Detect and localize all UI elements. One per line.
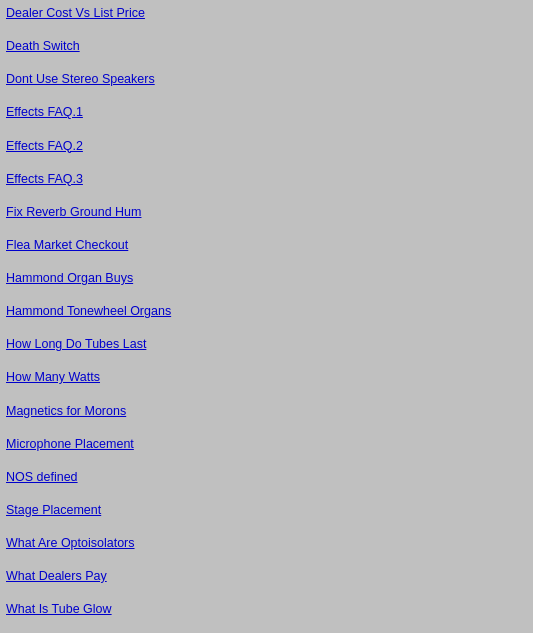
list-item[interactable]: Stage Placement bbox=[6, 501, 527, 519]
list-item[interactable]: How Long Do Tubes Last bbox=[6, 335, 527, 353]
list-item[interactable]: Dealer Cost Vs List Price bbox=[6, 4, 527, 22]
list-item[interactable]: Magnetics for Morons bbox=[6, 402, 527, 420]
list-item[interactable]: What Is Tube Glow bbox=[6, 600, 527, 618]
links-list: Dealer Cost Vs List PriceDeath SwitchDon… bbox=[0, 0, 533, 633]
list-item[interactable]: Effects FAQ.3 bbox=[6, 170, 527, 188]
list-item[interactable]: Effects FAQ.2 bbox=[6, 137, 527, 155]
list-item[interactable]: Death Switch bbox=[6, 37, 527, 55]
list-item[interactable]: Flea Market Checkout bbox=[6, 236, 527, 254]
list-item[interactable]: What Dealers Pay bbox=[6, 567, 527, 585]
list-item[interactable]: How Many Watts bbox=[6, 368, 527, 386]
list-item[interactable]: Fix Reverb Ground Hum bbox=[6, 203, 527, 221]
list-item[interactable]: Dont Use Stereo Speakers bbox=[6, 70, 527, 88]
list-item[interactable]: Hammond Organ Buys bbox=[6, 269, 527, 287]
list-item[interactable]: Effects FAQ.1 bbox=[6, 103, 527, 121]
list-item[interactable]: NOS defined bbox=[6, 468, 527, 486]
list-item[interactable]: What Are Optoisolators bbox=[6, 534, 527, 552]
list-item[interactable]: Microphone Placement bbox=[6, 435, 527, 453]
list-item[interactable]: Hammond Tonewheel Organs bbox=[6, 302, 527, 320]
